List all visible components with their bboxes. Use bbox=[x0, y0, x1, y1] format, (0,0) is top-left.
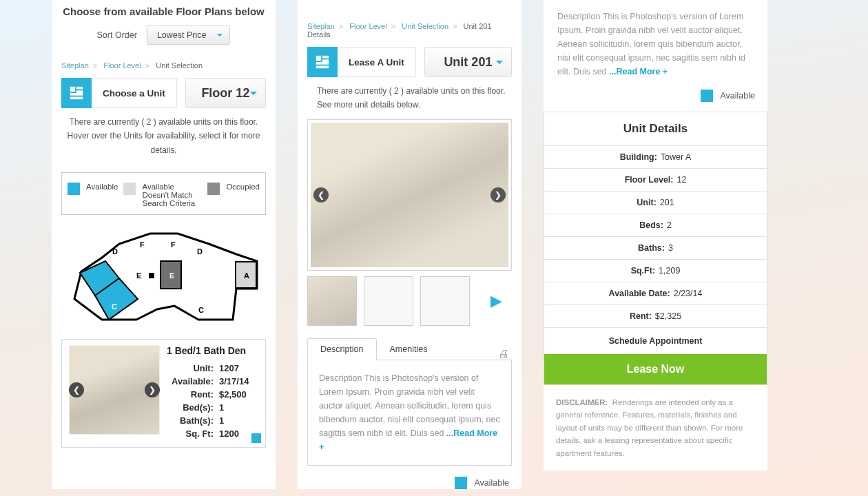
svg-text:D: D bbox=[112, 247, 118, 256]
svg-rect-4 bbox=[70, 97, 83, 100]
svg-text:C: C bbox=[112, 302, 117, 311]
crumb-current: Unit Selection bbox=[156, 61, 203, 70]
summary-description: Description This is Photoshop's version … bbox=[544, 0, 767, 85]
detail-floor: Floor Level:12 bbox=[544, 168, 767, 191]
svg-rect-2 bbox=[76, 90, 83, 93]
lease-unit-label: Lease A Unit bbox=[338, 47, 416, 77]
detail-beds: Beds:2 bbox=[544, 214, 767, 236]
detail-rent: Rent:$2,325 bbox=[544, 304, 767, 327]
tooltip-available-badge bbox=[251, 433, 261, 443]
detail-building: Building:Tower A bbox=[544, 145, 767, 168]
tooltip-next[interactable]: ❯ bbox=[145, 382, 160, 397]
tooltip-title: 1 Bed/1 Bath Den bbox=[167, 345, 258, 356]
legend-available-swatch bbox=[68, 183, 80, 195]
thumb-2[interactable] bbox=[364, 276, 413, 326]
thumb-1[interactable] bbox=[307, 276, 357, 326]
panel-title: Choose from available Floor Plans below bbox=[52, 0, 276, 21]
svg-rect-23 bbox=[316, 62, 329, 65]
legend-occupied-swatch bbox=[207, 183, 220, 195]
crumb-floorlevel[interactable]: Floor Level bbox=[103, 61, 141, 70]
available-indicator: Available bbox=[556, 90, 755, 102]
play-icon[interactable]: ▶ bbox=[490, 292, 512, 310]
unit-carousel: ❮ ❯ bbox=[307, 119, 512, 271]
svg-text:A: A bbox=[244, 271, 249, 280]
svg-rect-24 bbox=[316, 66, 329, 69]
svg-text:D: D bbox=[197, 247, 203, 256]
svg-rect-3 bbox=[70, 93, 83, 96]
carousel-thumbs: ▶ bbox=[307, 276, 512, 326]
read-more-link[interactable]: ...Read More + bbox=[609, 67, 668, 76]
svg-rect-1 bbox=[76, 87, 83, 90]
unit-note: There are currently ( 2 ) available unit… bbox=[298, 83, 521, 115]
available-swatch bbox=[455, 477, 467, 489]
detail-tabs: Description Amenities 🖨 bbox=[307, 338, 512, 360]
svg-rect-21 bbox=[322, 56, 329, 59]
svg-text:E: E bbox=[169, 271, 174, 280]
svg-rect-0 bbox=[70, 87, 75, 92]
crumb-unitselection[interactable]: Unit Selection bbox=[402, 22, 448, 30]
unit-select[interactable]: Unit 201 bbox=[424, 47, 512, 77]
legend-nomatch-swatch bbox=[123, 183, 136, 195]
tooltip-prev[interactable]: ❮ bbox=[69, 382, 84, 397]
svg-text:C: C bbox=[198, 306, 204, 314]
sort-select[interactable]: Lowest Price bbox=[147, 25, 231, 45]
carousel-prev[interactable]: ❮ bbox=[313, 187, 329, 203]
breadcrumb: Siteplan> Floor Level> Unit Selection bbox=[52, 54, 276, 72]
svg-rect-22 bbox=[322, 59, 329, 62]
availability-note: There are currently ( 2 ) available unit… bbox=[52, 114, 276, 160]
carousel-next[interactable]: ❯ bbox=[490, 187, 506, 203]
print-icon[interactable]: 🖨 bbox=[498, 348, 512, 360]
unit-detail-panel: Siteplan> Floor Level> Unit Selection> U… bbox=[298, 0, 521, 489]
crumb-siteplan[interactable]: Siteplan bbox=[307, 22, 335, 30]
unit-details-title: Unit Details bbox=[544, 112, 767, 145]
thumb-3[interactable] bbox=[420, 276, 470, 326]
svg-text:F: F bbox=[171, 240, 176, 249]
tab-amenities[interactable]: Amenities bbox=[377, 338, 441, 360]
sort-label: Sort Order bbox=[97, 30, 137, 40]
unit-summary-panel: Description This is Photoshop's version … bbox=[544, 0, 767, 489]
crumb-siteplan[interactable]: Siteplan bbox=[61, 61, 89, 70]
choose-unit-label: Choose a Unit bbox=[92, 78, 177, 108]
available-indicator: Available bbox=[310, 477, 509, 489]
detail-availdate: Available Date:2/23/14 bbox=[544, 282, 767, 304]
grid-icon bbox=[307, 47, 338, 77]
svg-text:F: F bbox=[140, 240, 145, 249]
breadcrumb: Siteplan> Floor Level> Unit Selection> U… bbox=[298, 0, 521, 41]
detail-unit: Unit:201 bbox=[544, 191, 767, 214]
tooltip-thumb: ❮ ❯ bbox=[69, 345, 160, 435]
available-swatch bbox=[701, 90, 713, 102]
floor-map[interactable]: D F F D E E A C C bbox=[61, 223, 267, 333]
lease-now-button[interactable]: Lease Now bbox=[544, 354, 767, 384]
detail-baths: Baths:3 bbox=[544, 236, 767, 259]
unit-tooltip: ❮ ❯ 1 Bed/1 Bath Den Unit:1207 Available… bbox=[61, 339, 266, 448]
svg-rect-19 bbox=[149, 273, 154, 278]
description-content: Description This is Photoshop's version … bbox=[307, 360, 512, 466]
unit-image bbox=[311, 123, 508, 267]
unit-details-card: Unit Details Building:Tower A Floor Leve… bbox=[544, 112, 767, 385]
disclaimer: DISCLAIMER: Renderings are intended only… bbox=[544, 385, 767, 471]
svg-rect-20 bbox=[316, 56, 321, 61]
detail-sqft: Sq.Ft:1,209 bbox=[544, 259, 767, 282]
svg-text:E: E bbox=[136, 271, 141, 280]
floor-select[interactable]: Floor 12 bbox=[185, 78, 266, 108]
tab-description[interactable]: Description bbox=[307, 338, 377, 360]
floor-plan-panel: Choose from available Floor Plans below … bbox=[52, 0, 276, 489]
grid-icon bbox=[61, 78, 92, 108]
legend: Available Available Doesn't Match Search… bbox=[61, 172, 266, 215]
crumb-floorlevel[interactable]: Floor Level bbox=[349, 22, 386, 30]
schedule-appointment-button[interactable]: Schedule Appointment bbox=[544, 327, 767, 354]
